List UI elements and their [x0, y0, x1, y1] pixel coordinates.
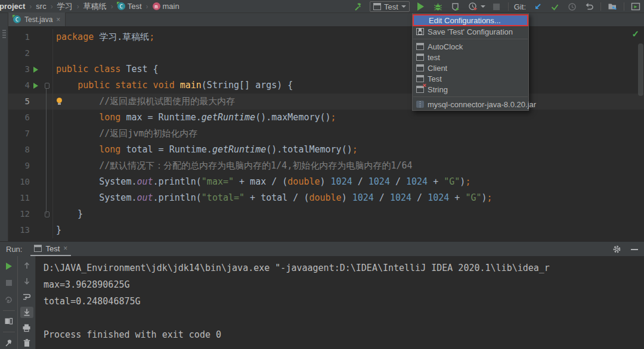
- code-line-12[interactable]: 12 }: [8, 206, 644, 222]
- code-editor[interactable]: 1package 学习.草稿纸;23public class Test {4 p…: [8, 27, 644, 241]
- code-line-11[interactable]: 11 System.out.println("total=" + total /…: [8, 190, 644, 206]
- editor-gutter[interactable]: 2: [8, 45, 52, 61]
- console-toolbar: [18, 256, 36, 349]
- code-text[interactable]: long total = Runtime.getRuntime().totalM…: [52, 142, 644, 158]
- down-stack-icon: [20, 275, 33, 286]
- run-line-icon[interactable]: [33, 67, 38, 73]
- code-text[interactable]: }: [52, 206, 644, 222]
- clear-trash-icon[interactable]: [20, 338, 33, 349]
- intention-bulb-icon[interactable]: [57, 98, 62, 103]
- debug-bug-icon[interactable]: [432, 1, 444, 13]
- menu-item-9[interactable]: mysql-connector-java-8.0.20.jar: [413, 99, 528, 110]
- menu-item-0[interactable]: Edit Configurations...: [413, 14, 528, 26]
- menu-item-label: mysql-connector-java-8.0.20.jar: [428, 100, 536, 109]
- menu-item-4[interactable]: test: [413, 52, 528, 63]
- breadcrumb-item-学习[interactable]: 学习: [57, 1, 73, 12]
- console-output[interactable]: D:\JAVA_Environment\jdk\jdk14\bin\java.e…: [36, 256, 644, 349]
- layout-icon[interactable]: [2, 315, 16, 328]
- editor-lines: 1package 学习.草稿纸;23public class Test {4 p…: [8, 27, 644, 241]
- code-line-1[interactable]: 1package 学习.草稿纸;: [8, 29, 644, 45]
- git-commit-check-icon[interactable]: [549, 1, 561, 13]
- ide-window: project›src›学习›草稿纸›CTest›mmain Test: [0, 0, 644, 349]
- code-line-7[interactable]: 7 //返回jvm的初始化内存: [8, 126, 644, 142]
- rerun-button[interactable]: [2, 260, 16, 272]
- inspection-ok-icon[interactable]: ✓: [631, 29, 639, 39]
- menu-item-7[interactable]: String: [413, 84, 528, 95]
- breadcrumb-separator: ›: [29, 2, 32, 11]
- services-window-icon[interactable]: [630, 1, 642, 13]
- code-text[interactable]: package 学习.草稿纸;: [52, 29, 644, 45]
- code-text[interactable]: //默认情况下：分配的总内存为电脑内存的1/4,初始化内存为电脑内存的1/64: [52, 158, 644, 174]
- breadcrumb-item-Test[interactable]: CTest: [117, 2, 142, 11]
- run-tab-test[interactable]: Test ×: [30, 242, 71, 256]
- print-icon[interactable]: [20, 322, 33, 334]
- menu-item-3[interactable]: AutoClock: [413, 41, 528, 52]
- breadcrumb-item-src[interactable]: src: [36, 2, 46, 11]
- menu-item-label: Save 'Test' Configuration: [428, 27, 513, 36]
- code-line-3[interactable]: 3public class Test {: [8, 61, 644, 77]
- line-number: 10: [8, 174, 30, 190]
- menu-item-6[interactable]: Test: [413, 73, 528, 84]
- run-button[interactable]: [415, 1, 427, 13]
- profiler-icon[interactable]: [467, 1, 479, 13]
- hide-panel-icon[interactable]: [631, 249, 638, 250]
- code-text[interactable]: public class Test {: [52, 61, 644, 77]
- app-icon: [416, 43, 424, 50]
- run-config-combo[interactable]: Test: [370, 1, 410, 12]
- fold-close-icon[interactable]: [45, 211, 49, 217]
- soft-wrap-icon[interactable]: [20, 291, 33, 302]
- code-text[interactable]: }: [52, 222, 644, 238]
- code-text[interactable]: System.out.println("total=" + total / (d…: [52, 190, 644, 206]
- stop-icon: [2, 276, 16, 289]
- editor-gutter[interactable]: 3: [8, 61, 52, 77]
- code-line-4[interactable]: 4 public static void main(String[] args)…: [8, 77, 644, 94]
- code-line-8[interactable]: 8 long total = Runtime.getRuntime().tota…: [8, 142, 644, 158]
- scroll-to-end-icon[interactable]: [20, 307, 33, 318]
- menu-item-1[interactable]: Save 'Test' Configuration: [413, 26, 528, 37]
- code-text[interactable]: public static void main(String[] args) {: [52, 77, 644, 94]
- breadcrumb-item-main[interactable]: mmain: [153, 2, 179, 11]
- line-number: 8: [8, 142, 30, 158]
- code-line-9[interactable]: 9 //默认情况下：分配的总内存为电脑内存的1/4,初始化内存为电脑内存的1/6…: [8, 158, 644, 174]
- breadcrumb-item-project[interactable]: project: [0, 2, 25, 11]
- code-line-10[interactable]: 10 System.out.println("max=" + max / (do…: [8, 174, 644, 190]
- close-icon[interactable]: ×: [56, 15, 60, 24]
- code-line-5[interactable]: 5 //返回虚拟机试图使用的最大内存: [8, 94, 644, 110]
- fold-open-icon[interactable]: [45, 83, 49, 89]
- code-line-2[interactable]: 2: [8, 45, 644, 61]
- line-number: 13: [8, 222, 30, 238]
- menu-item-5[interactable]: Client: [413, 63, 528, 73]
- gear-icon[interactable]: [611, 244, 623, 255]
- rollback-icon[interactable]: [583, 1, 595, 13]
- line-number: 12: [8, 206, 30, 222]
- code-line-6[interactable]: 6 long max = Runtime.getRuntime().maxMem…: [8, 110, 644, 126]
- close-icon[interactable]: ×: [63, 244, 67, 253]
- tab-test-java[interactable]: C Test.java ×: [8, 13, 66, 26]
- run-panel: D:\JAVA_Environment\jdk\jdk14\bin\java.e…: [0, 256, 644, 349]
- project-structure-icon[interactable]: [606, 1, 618, 13]
- editor-scrollbar[interactable]: [638, 43, 643, 96]
- code-line-13[interactable]: 13}: [8, 222, 644, 238]
- code-text[interactable]: //返回jvm的初始化内存: [52, 126, 644, 142]
- coverage-icon[interactable]: [450, 1, 462, 13]
- line-number: 4: [8, 77, 30, 94]
- run-config-label: Test: [384, 2, 398, 11]
- code-text[interactable]: System.out.println("max=" + max / (doubl…: [52, 174, 644, 190]
- editor-gutter[interactable]: 13: [8, 222, 52, 238]
- git-update-icon[interactable]: [531, 1, 543, 13]
- build-hammer-icon[interactable]: [352, 1, 364, 13]
- pin-icon[interactable]: [2, 336, 16, 349]
- editor-gutter[interactable]: 1: [8, 29, 52, 45]
- menu-item-label: test: [428, 53, 440, 62]
- menu-item-label: AutoClock: [428, 42, 463, 51]
- code-text[interactable]: long max = Runtime.getRuntime().maxMemor…: [52, 110, 644, 126]
- code-text[interactable]: [52, 45, 644, 61]
- line-number: 3: [8, 61, 30, 77]
- line-number: 11: [8, 190, 30, 206]
- profiler-chevron-icon[interactable]: [481, 5, 485, 8]
- line-number: 1: [8, 29, 30, 45]
- breadcrumb-item-草稿纸[interactable]: 草稿纸: [83, 1, 107, 12]
- run-line-icon[interactable]: [33, 83, 38, 89]
- console-line-3: [44, 310, 644, 326]
- code-text[interactable]: //返回虚拟机试图使用的最大内存: [52, 94, 644, 110]
